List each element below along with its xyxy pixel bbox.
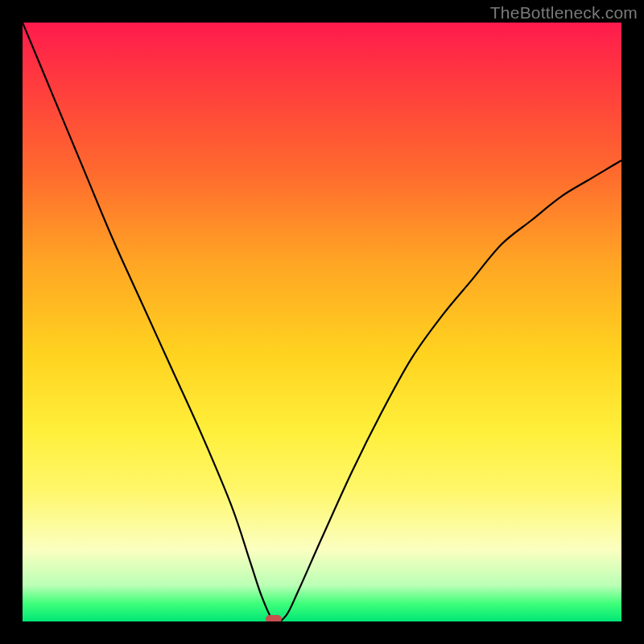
bottleneck-curve bbox=[23, 23, 621, 621]
watermark-text: TheBottleneck.com bbox=[490, 3, 638, 23]
plot-area bbox=[23, 23, 621, 621]
curve-path bbox=[23, 23, 621, 621]
minimum-marker bbox=[266, 615, 282, 621]
